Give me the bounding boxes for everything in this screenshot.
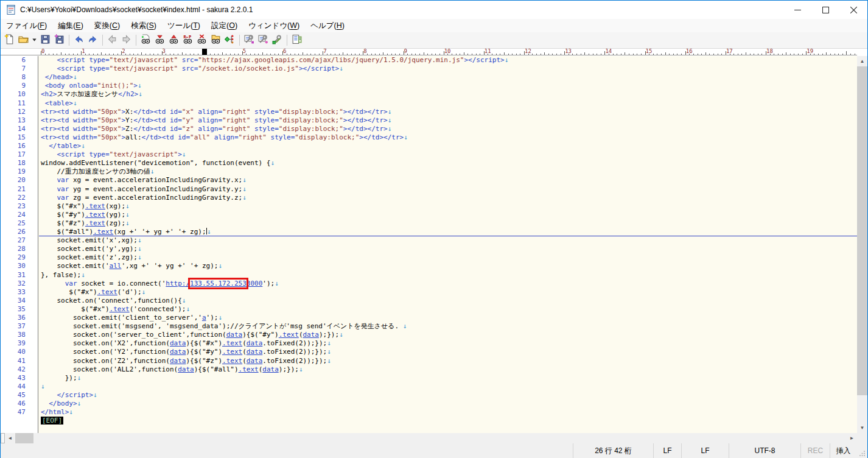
newline-mark: ↓ <box>150 167 155 175</box>
ruler-number: 5 <box>243 49 246 54</box>
save-as-button[interactable] <box>52 33 66 48</box>
menu-item-edit[interactable]: 編集(E) <box>52 19 89 32</box>
ruler-number: 13 <box>565 49 572 54</box>
toolbar-separator <box>102 35 103 46</box>
ruler-tick <box>625 52 625 55</box>
ruler-tick <box>222 52 223 55</box>
forward-button[interactable] <box>119 33 133 48</box>
outline-window-button[interactable] <box>290 33 304 48</box>
ruler-tick <box>532 54 533 55</box>
ruler-tick <box>65 54 66 55</box>
ip-address-highlight: 133.55.172.253 <box>190 280 247 287</box>
menu-item-file[interactable]: ファイル(F) <box>1 19 52 32</box>
menu-item-tool[interactable]: ツール(T) <box>162 19 206 32</box>
newline-mark: ↓ <box>77 374 82 382</box>
line-number: 25 <box>18 219 26 228</box>
menu-item-help[interactable]: ヘルプ(H) <box>305 19 350 32</box>
line-number: 26 <box>18 228 26 236</box>
ruler-tick <box>492 54 492 55</box>
ruler-number: 17 <box>726 49 733 54</box>
window-title: C:¥Users¥Yokoi¥Downloads¥socket¥socket¥i… <box>20 5 253 14</box>
newline-mark: ↓ <box>242 185 247 193</box>
search-button[interactable] <box>139 33 153 48</box>
menu-item-convert[interactable]: 変換(C) <box>89 19 125 32</box>
maximize-button[interactable] <box>811 1 839 19</box>
status-field-file-eol: LF <box>681 443 729 458</box>
newline-mark: ↓ <box>125 219 130 227</box>
ruler-tick <box>335 54 335 55</box>
ruler-tick <box>774 54 774 55</box>
ruler-tick <box>661 54 662 55</box>
scroll-down-button[interactable]: ▼ <box>857 423 867 433</box>
line-number: 37 <box>18 322 26 331</box>
redo-button[interactable] <box>86 33 100 48</box>
code-line-19: //重力加速度センサの3軸の値↓ <box>41 167 858 176</box>
resize-grip[interactable] <box>856 443 867 458</box>
menu-item-window[interactable]: ウィンドウ(W) <box>243 19 305 32</box>
vertical-scrollbar-thumb[interactable] <box>857 66 867 395</box>
new-file-icon <box>4 34 15 47</box>
column-ruler: 012345678910111213141516171819 <box>1 49 857 55</box>
ruler-tick <box>593 54 593 55</box>
replace-button[interactable]: R▸P <box>181 33 195 48</box>
newline-mark: ↓ <box>339 331 343 339</box>
newline-mark: ↓ <box>339 65 343 72</box>
open-file-button[interactable] <box>16 33 30 48</box>
find-next-button[interactable] <box>153 33 167 48</box>
close-button[interactable] <box>839 1 867 19</box>
line-number: 41 <box>18 357 26 365</box>
ruler-tick <box>383 52 383 55</box>
ruler-tick <box>218 54 219 55</box>
outline-button[interactable] <box>223 33 237 48</box>
ruler-tick <box>589 54 589 55</box>
new-file-button[interactable] <box>2 33 16 48</box>
code-line-27: socket.emit('x',xg);↓ <box>41 236 858 245</box>
eof-row: [EOF] <box>41 417 858 425</box>
code-line-32: var socket = io.connect('http:/133.55.17… <box>41 280 858 288</box>
ruler-tick <box>597 54 597 55</box>
vertical-scrollbar[interactable]: ▲ ▼ <box>857 56 867 433</box>
vertical-split-handle[interactable] <box>1 433 5 443</box>
ruler-number: 3 <box>163 49 166 54</box>
horizontal-scrollbar-thumb[interactable] <box>15 433 33 443</box>
save-as-icon <box>54 34 65 47</box>
code-line-7: <script type="text/javascript" src="/soc… <box>41 65 858 73</box>
menu-item-setting[interactable]: 設定(O) <box>206 19 243 32</box>
ruler-tick <box>153 54 154 55</box>
horizontal-scrollbar[interactable]: ◄ ► <box>1 433 867 443</box>
ruler-tick <box>746 52 746 55</box>
horizontal-scrollbar-track[interactable] <box>33 433 847 443</box>
open-file-dropdown[interactable] <box>30 33 38 48</box>
code-line-24: $("#y").text(yg);↓ <box>41 211 858 219</box>
ruler-number: 7 <box>323 49 326 54</box>
line-number: 13 <box>18 116 26 125</box>
save-button[interactable] <box>38 33 52 48</box>
open-file-icon <box>18 34 29 47</box>
code-line-41: socket.on('Z2',function(data){$("#z").te… <box>41 357 858 365</box>
minimize-button[interactable] <box>783 1 811 19</box>
scroll-left-button[interactable]: ◄ <box>5 433 15 443</box>
line-number: 19 <box>18 167 26 176</box>
common-settings-button[interactable] <box>256 33 270 48</box>
undo-button[interactable] <box>72 33 86 48</box>
ruler-tick <box>613 54 614 55</box>
grep-button[interactable] <box>209 33 223 48</box>
scroll-right-button[interactable]: ► <box>847 433 857 443</box>
back-button[interactable] <box>105 33 119 48</box>
search-icon <box>141 34 151 47</box>
line-number: 21 <box>18 185 26 194</box>
newline-mark: ↓ <box>93 391 97 399</box>
find-prev-button[interactable] <box>167 33 181 48</box>
ruler-tick <box>61 52 61 55</box>
newline-mark: ↓ <box>242 176 247 184</box>
keyword-settings-button[interactable] <box>270 33 284 48</box>
ruler-tick <box>761 54 762 55</box>
ruler-tick <box>339 54 340 55</box>
clear-search-button[interactable] <box>195 33 209 48</box>
code-line-22: var zg = event.accelerationIncludingGrav… <box>41 194 858 202</box>
type-settings-button[interactable] <box>242 33 256 48</box>
editor-text-area[interactable]: 6789101112131415161718192021222324252627… <box>1 56 858 433</box>
menu-item-search[interactable]: 検索(S) <box>125 19 162 32</box>
newline-mark: ↓ <box>388 116 392 124</box>
scroll-up-button[interactable]: ▲ <box>857 56 867 66</box>
